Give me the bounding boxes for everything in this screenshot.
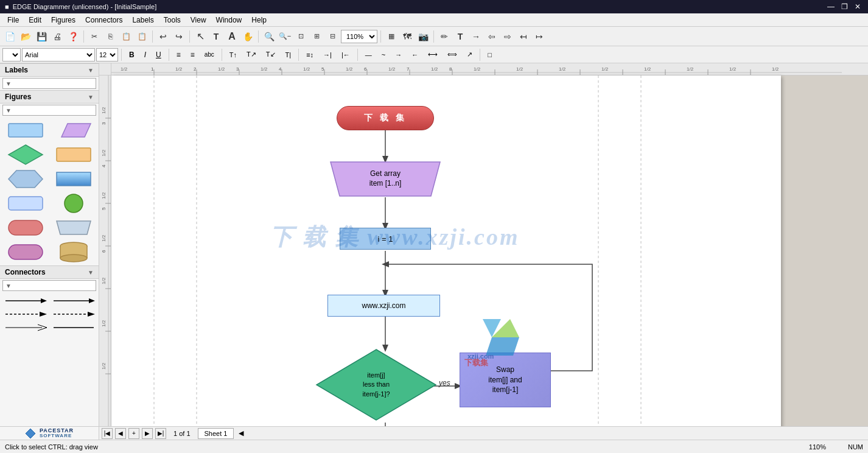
- figure-rect-gradient[interactable]: [51, 168, 96, 190]
- paste2-button[interactable]: 📋: [135, 29, 149, 44]
- connector-dashed-arrow[interactable]: [2, 308, 48, 320]
- print-button[interactable]: 🖨: [50, 29, 65, 44]
- arrow-right-button[interactable]: →: [469, 29, 483, 44]
- labels-dropdown[interactable]: ▼: [2, 78, 96, 89]
- menu-window[interactable]: Window: [211, 15, 247, 26]
- menu-edit[interactable]: Edit: [24, 15, 46, 26]
- figure-rounded-purple[interactable]: [2, 241, 48, 263]
- figure-rect-blue2[interactable]: [2, 192, 48, 214]
- map-button[interactable]: 🗺: [400, 29, 415, 44]
- labels-section-header[interactable]: Labels ▼: [0, 63, 99, 77]
- align-left-button[interactable]: ≡: [172, 48, 185, 61]
- init-node[interactable]: i = 1: [340, 228, 431, 250]
- align-center-button[interactable]: ≡: [186, 48, 199, 61]
- select-tool[interactable]: ↖: [193, 29, 208, 44]
- menu-connectors[interactable]: Connectors: [80, 15, 127, 26]
- connector-arrow3[interactable]: ⟷: [424, 48, 442, 61]
- open-button[interactable]: 📂: [18, 29, 33, 44]
- size-select[interactable]: 12: [96, 48, 118, 61]
- text-tool[interactable]: T: [209, 29, 223, 44]
- style-select[interactable]: [2, 48, 21, 61]
- app-minimize-button[interactable]: —: [825, 1, 836, 12]
- copy-button[interactable]: ⎘: [103, 29, 117, 44]
- connector-arrow1[interactable]: →: [391, 48, 406, 61]
- arrow-right3-button[interactable]: ↦: [532, 29, 547, 44]
- zoom-in-button[interactable]: 🔍: [262, 29, 276, 44]
- process1-node[interactable]: Get arrayitem [1..n]: [324, 161, 446, 197]
- figure-diamond-green[interactable]: [2, 144, 48, 166]
- shape-button[interactable]: □: [483, 48, 496, 61]
- arrow-left2-button[interactable]: ⇦: [485, 29, 499, 44]
- underline-button[interactable]: U: [152, 48, 166, 61]
- figure-parallelogram-purple[interactable]: [51, 119, 96, 141]
- grid-button[interactable]: ▦: [384, 29, 399, 44]
- decision-node[interactable]: item[j]less thanitem[j-1]?: [315, 348, 437, 421]
- connector-solid-arrow2[interactable]: [51, 295, 96, 307]
- menu-tools[interactable]: Tools: [159, 15, 186, 26]
- figure-circle-green[interactable]: [51, 192, 96, 214]
- redo-button[interactable]: ↪: [172, 29, 186, 44]
- new-button[interactable]: 📄: [2, 29, 17, 44]
- arrow-left3-button[interactable]: ↤: [516, 29, 531, 44]
- abc-button[interactable]: abc: [200, 48, 219, 61]
- connectors-dropdown[interactable]: ▼: [2, 280, 96, 291]
- screenshot-button[interactable]: 📷: [416, 29, 430, 44]
- figure-hexagon-blue[interactable]: [2, 168, 48, 190]
- italic-button[interactable]: I: [140, 48, 150, 61]
- app-close-button[interactable]: ✕: [852, 1, 863, 12]
- connector-style2[interactable]: ~: [377, 48, 390, 61]
- text-above-button[interactable]: T↑: [225, 48, 241, 61]
- hand-tool[interactable]: ✋: [240, 29, 255, 44]
- page-canvas[interactable]: 下 载 集 Get arrayitem [1..n] i = 1 www.xzj…: [111, 76, 781, 426]
- menu-view[interactable]: View: [186, 15, 211, 26]
- text-format-button[interactable]: T: [453, 29, 467, 44]
- font-select[interactable]: Arial: [22, 48, 95, 61]
- zoom-page-button[interactable]: ⊞: [309, 29, 324, 44]
- cut-button[interactable]: ✂: [87, 29, 102, 44]
- edit-text-button[interactable]: ✏: [437, 29, 452, 44]
- figure-trapezoid[interactable]: [51, 217, 96, 239]
- undo-button[interactable]: ↩: [156, 29, 170, 44]
- canvas-area[interactable]: 1/2 1/2 1/2 1/2 1/2 1/2 1/2 1/2 1/2 1/2: [99, 63, 868, 426]
- zoom-select[interactable]: 110%100%75%50%150%: [341, 30, 377, 43]
- zoom-sel-button[interactable]: ⊟: [325, 29, 340, 44]
- connector-style1[interactable]: —: [361, 48, 376, 61]
- text-vert-button[interactable]: T|: [281, 48, 296, 61]
- figures-dropdown[interactable]: ▼: [2, 105, 96, 116]
- menu-figures[interactable]: Figures: [46, 15, 80, 26]
- connectors-section-header[interactable]: Connectors ▼: [0, 265, 99, 279]
- text-angle-button[interactable]: T↙: [262, 48, 280, 61]
- menu-labels[interactable]: Labels: [127, 15, 158, 26]
- start-node[interactable]: 下 载 集: [337, 106, 434, 130]
- label-tool[interactable]: A: [225, 29, 239, 44]
- outdent-button[interactable]: |←: [337, 48, 354, 61]
- bold-button[interactable]: B: [125, 48, 139, 61]
- figures-section-header[interactable]: Figures ▼: [0, 90, 99, 104]
- figure-rect-blue[interactable]: [2, 119, 48, 141]
- save-button[interactable]: 💾: [34, 29, 49, 44]
- arrow-right2-button[interactable]: ⇨: [500, 29, 515, 44]
- connector-thin-arrow[interactable]: [2, 321, 48, 334]
- help-button[interactable]: ❓: [66, 29, 80, 44]
- toolbar: 📄 📂 💾 🖨 ❓ ✂ ⎘ 📋 📋 ↩ ↪ ↖ T A ✋ 🔍 🔍− ⊡ ⊞ ⊟…: [0, 27, 868, 46]
- zoom-fit-button[interactable]: ⊡: [293, 29, 308, 44]
- connector-solid-arrow[interactable]: [2, 295, 48, 307]
- connector-arrow5[interactable]: ↗: [463, 48, 477, 61]
- swap-node[interactable]: Swapitem[j] anditem[j-1]: [460, 353, 551, 407]
- figure-cylinder[interactable]: [51, 241, 96, 263]
- zoom-out-button[interactable]: 🔍−: [278, 29, 292, 44]
- text-below-button[interactable]: T↗: [242, 48, 261, 61]
- menu-file[interactable]: File: [2, 15, 24, 26]
- connector-dashed-arrow2[interactable]: [51, 308, 96, 320]
- figure-rounded-red[interactable]: [2, 217, 48, 239]
- line-spacing-button[interactable]: ≡↕: [302, 48, 318, 61]
- figure-rect-orange[interactable]: [51, 144, 96, 166]
- indent-button[interactable]: →|: [319, 48, 336, 61]
- connector-arrow2[interactable]: ←: [407, 48, 422, 61]
- menu-help[interactable]: Help: [247, 15, 271, 26]
- connector-arrow4[interactable]: ⟺: [443, 48, 461, 61]
- connector-plain-line[interactable]: [51, 321, 96, 334]
- loop-body-node[interactable]: www.xzji.com: [327, 295, 440, 317]
- paste-button[interactable]: 📋: [119, 29, 133, 44]
- app-restore-button[interactable]: ❐: [839, 1, 850, 12]
